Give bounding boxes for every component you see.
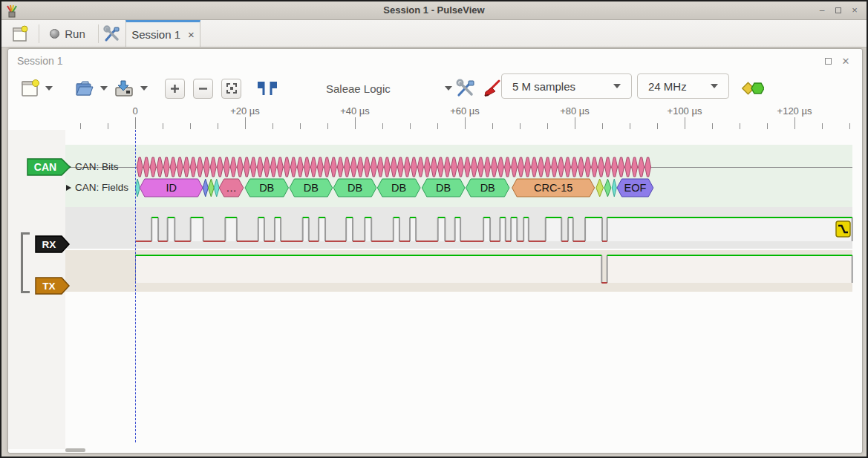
ruler-tick <box>630 123 630 129</box>
can-bit-annotation <box>264 157 270 177</box>
tx-trace <box>135 250 855 292</box>
open-file-dropdown-arrow[interactable] <box>100 86 108 91</box>
zoom-out-button[interactable] <box>193 73 213 103</box>
can-bit-annotation <box>578 157 584 177</box>
signal-tag-tx[interactable]: TX <box>35 277 71 295</box>
can-bit-annotation <box>525 157 531 177</box>
rx-trace <box>135 207 855 249</box>
ruler-label: +60 µs <box>450 105 480 117</box>
device-select[interactable]: Saleae Logic <box>326 73 452 103</box>
new-file-button[interactable] <box>20 73 53 103</box>
can-bit-annotation <box>585 157 591 177</box>
can-bit-annotation <box>457 157 463 177</box>
maximize-icon <box>835 7 841 13</box>
can-bit-annotation <box>344 157 350 177</box>
can-bit-annotation <box>625 157 631 177</box>
can-bit-annotation <box>317 157 323 177</box>
trigger-falling-edge-icon[interactable] <box>835 220 851 238</box>
zoom-fit-button[interactable] <box>221 73 241 103</box>
zoom-in-button[interactable] <box>165 73 185 103</box>
ruler-tick <box>163 123 163 129</box>
can-bit-annotation <box>632 157 638 177</box>
can-bit-annotation <box>518 157 524 177</box>
can-bit-annotation <box>143 157 149 177</box>
can-bit-annotation <box>297 157 303 177</box>
session-setup-button[interactable] <box>101 22 123 45</box>
window-title: Session 1 - PulseView <box>1 4 867 16</box>
can-bits-annotations <box>135 157 855 177</box>
signal-tag-rx[interactable]: RX <box>35 235 71 253</box>
can-bit-annotation <box>357 157 363 177</box>
can-field-label: DB <box>436 182 451 194</box>
open-file-button[interactable] <box>74 73 108 103</box>
can-bit-annotation <box>177 157 183 177</box>
ruler-tick <box>327 123 328 129</box>
time-ruler[interactable]: 0+20 µs+40 µs+60 µs+80 µs+100 µs+120 µs <box>8 104 862 130</box>
dock-float-button[interactable] <box>822 56 834 67</box>
ruler-tick <box>273 123 273 129</box>
ruler-tick <box>547 123 548 129</box>
new-file-dropdown-arrow[interactable] <box>45 86 53 91</box>
sample-count-combo[interactable]: 5 M samples <box>501 73 632 99</box>
can-bit-annotation <box>183 157 189 177</box>
can-bit-annotation <box>310 157 316 177</box>
can-bit-annotation <box>545 157 551 177</box>
add-decoder-button[interactable] <box>742 73 764 103</box>
new-session-button[interactable] <box>7 22 33 45</box>
can-field-annotation <box>612 179 616 197</box>
row-expander-fields[interactable] <box>66 185 71 191</box>
can-bit-annotation <box>364 157 370 177</box>
can-bit-annotation <box>350 157 356 177</box>
tab-session-1[interactable]: Session 1 × <box>125 20 200 47</box>
maximize-button[interactable] <box>832 6 844 16</box>
ruler-tick <box>492 123 493 129</box>
can-bit-annotation <box>190 157 196 177</box>
can-bit-annotation <box>417 157 423 177</box>
high-pulse <box>410 217 416 241</box>
can-bit-annotation <box>290 157 296 177</box>
can-bit-annotation <box>505 157 511 177</box>
can-bit-annotation <box>384 157 390 177</box>
can-field-label: DB <box>259 182 274 194</box>
ruler-tick <box>657 123 658 129</box>
decoder-tag-can[interactable]: CAN <box>27 158 71 176</box>
can-bit-annotation <box>170 157 176 177</box>
horizontal-scrollbar[interactable] <box>65 448 85 452</box>
ruler-label: +40 µs <box>340 105 370 117</box>
can-bit-annotation <box>324 157 330 177</box>
device-config-icon <box>455 79 476 98</box>
can-bit-annotation <box>277 157 283 177</box>
can-bit-annotation <box>512 157 518 177</box>
toolbar-separator <box>98 24 99 43</box>
save-button[interactable] <box>114 73 148 103</box>
zoom-in-icon <box>169 83 180 94</box>
can-field-annotation <box>203 179 208 197</box>
can-bit-annotation <box>478 157 484 177</box>
ruler-tick <box>355 117 356 129</box>
can-fields-annotations: ID…DBDBDBDBDBDBCRC-15EOF <box>135 178 855 197</box>
show-cursors-button[interactable] <box>256 73 278 103</box>
sample-rate-combo[interactable]: 24 MHz <box>637 73 729 99</box>
high-pulse <box>365 217 371 241</box>
run-button[interactable]: Run <box>43 22 92 45</box>
ruler-tick <box>190 123 191 129</box>
high-pulse <box>275 217 281 241</box>
channels-button[interactable] <box>481 73 502 103</box>
high-pulse <box>438 217 446 241</box>
minimize-button[interactable]: – <box>816 6 828 16</box>
can-field-label: ID <box>166 182 177 194</box>
ruler-tick <box>382 123 383 129</box>
can-bit-annotation <box>244 157 249 177</box>
sample-rate-value: 24 MHz <box>648 80 687 93</box>
ruler-label: +100 µs <box>668 105 702 117</box>
dock-close-button[interactable]: ✕ <box>840 56 852 67</box>
close-button[interactable]: × <box>849 6 861 16</box>
channel-group-bracket[interactable] <box>21 232 30 293</box>
svg-text:RX: RX <box>42 239 56 250</box>
device-config-button[interactable] <box>455 73 476 103</box>
can-bit-annotation <box>485 157 491 177</box>
save-dropdown-arrow[interactable] <box>140 86 148 91</box>
can-bit-annotation <box>404 157 410 177</box>
tab-close-icon[interactable]: × <box>188 28 195 41</box>
cursors-flags-icon <box>256 79 278 97</box>
